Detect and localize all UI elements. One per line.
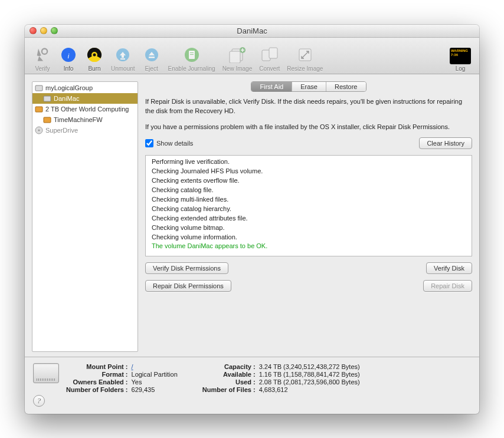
toolbar-journal: Enable Journaling [165, 45, 219, 72]
newimage-icon [228, 45, 247, 64]
tab-erase[interactable]: Erase [292, 82, 326, 91]
disk-orange-icon [35, 105, 43, 113]
mount-point-link[interactable]: / [132, 363, 133, 370]
log-icon: WARNING 7:36 [450, 48, 471, 64]
svg-rect-23 [44, 117, 51, 123]
info-left: Mount Point :/Format :Logical PartitionO… [66, 363, 178, 393]
toolbar-newimage: New Image [219, 45, 256, 72]
show-details-checkbox[interactable]: Show details [145, 139, 193, 147]
disk-icon [33, 363, 59, 383]
log-line: Checking catalog file. [152, 186, 466, 195]
log-line: Checking volume bitmap. [152, 223, 466, 233]
close-button[interactable] [30, 27, 37, 34]
optical-icon [35, 126, 43, 134]
svg-point-25 [38, 129, 40, 131]
sidebar-item-3[interactable]: TimeMachineFW [32, 114, 138, 125]
svg-rect-9 [149, 57, 155, 58]
svg-rect-22 [35, 107, 42, 112]
main-panel: First AidEraseRestore If Repair Disk is … [145, 81, 472, 352]
svg-point-0 [42, 48, 47, 54]
resize-icon [296, 45, 315, 64]
journal-icon [182, 45, 201, 64]
log-line: Checking catalog hierarchy. [152, 205, 466, 214]
minimize-button[interactable] [40, 27, 47, 34]
log-line: Checking volume information. [152, 233, 466, 242]
toolbar-resize: Resize Image [283, 45, 326, 72]
titlebar: DaniMac [25, 25, 479, 38]
tab-first-aid[interactable]: First Aid [251, 82, 292, 91]
volume-icon [35, 84, 43, 92]
toolbar-verify: Verify [30, 45, 55, 72]
help-button[interactable]: ? [33, 395, 45, 407]
toolbar-burn[interactable]: Burn [81, 45, 107, 72]
toolbar: VerifyiInfoBurnUnmountEjectEnable Journa… [25, 38, 479, 74]
sidebar-item-2[interactable]: 2 TB Other World Computing [32, 104, 138, 114]
verify-disk-button[interactable]: Verify Disk [426, 262, 472, 274]
convert-icon [260, 45, 279, 64]
disk-orange-icon [43, 116, 51, 124]
tab-restore[interactable]: Restore [326, 82, 366, 91]
zoom-button[interactable] [51, 27, 58, 34]
info-icon: i [59, 45, 78, 64]
svg-rect-13 [190, 54, 194, 55]
unmount-icon [113, 45, 132, 64]
burn-icon [85, 45, 104, 64]
log-line: Performing live verification. [152, 157, 466, 167]
svg-rect-21 [44, 96, 51, 101]
info-right: Capacity :3.24 TB (3,240,512,438,272 Byt… [202, 363, 360, 393]
log-output[interactable]: Performing live verification.Checking Jo… [145, 155, 472, 256]
log-line: Checking Journaled HFS Plus volume. [152, 167, 466, 176]
svg-rect-12 [190, 52, 194, 53]
repair-disk-button: Repair Disk [423, 280, 472, 292]
footer: ? Mount Point :/Format :Logical Partitio… [25, 357, 479, 414]
sidebar-item-4[interactable]: SuperDrive [32, 125, 138, 136]
svg-rect-20 [35, 85, 42, 91]
toolbar-eject: Eject [139, 45, 165, 72]
sidebar-item-1[interactable]: DaniMac [32, 93, 138, 104]
log-line: Checking extents overflow file. [152, 176, 466, 186]
verify-disk-permissions-button[interactable]: Verify Disk Permissions [145, 262, 228, 274]
svg-point-5 [93, 53, 96, 56]
clear-history-button[interactable]: Clear History [419, 137, 472, 149]
toolbar-info[interactable]: iInfo [55, 45, 81, 72]
log-line: The volume DaniMac appears to be OK. [152, 242, 466, 251]
instructions-2: If you have a permissions problem with a… [145, 122, 472, 132]
svg-rect-15 [230, 51, 240, 63]
eject-icon [142, 45, 161, 64]
traffic-lights [30, 27, 58, 34]
tab-segmented-control[interactable]: First AidEraseRestore [251, 81, 366, 92]
svg-rect-7 [120, 58, 125, 60]
toolbar-unmount: Unmount [107, 45, 139, 72]
window-title: DaniMac [237, 27, 267, 35]
log-line: Checking multi-linked files. [152, 195, 466, 205]
repair-disk-permissions-button[interactable]: Repair Disk Permissions [145, 280, 231, 292]
sidebar-item-0[interactable]: myLogicalGroup [32, 83, 138, 93]
verify-icon [33, 45, 52, 64]
tabs: First AidEraseRestore [145, 81, 472, 92]
svg-rect-18 [269, 48, 277, 58]
toolbar-log[interactable]: WARNING 7:36Log [446, 48, 474, 72]
sidebar[interactable]: myLogicalGroupDaniMac2 TB Other World Co… [32, 81, 138, 352]
disk-utility-window: DaniMac VerifyiInfoBurnUnmountEjectEnabl… [25, 25, 479, 414]
instructions-1: If Repair Disk is unavailable, click Ver… [145, 97, 472, 116]
toolbar-convert: Convert [256, 45, 283, 72]
volume-icon [43, 94, 51, 103]
log-line: Checking extended attributes file. [152, 214, 466, 223]
